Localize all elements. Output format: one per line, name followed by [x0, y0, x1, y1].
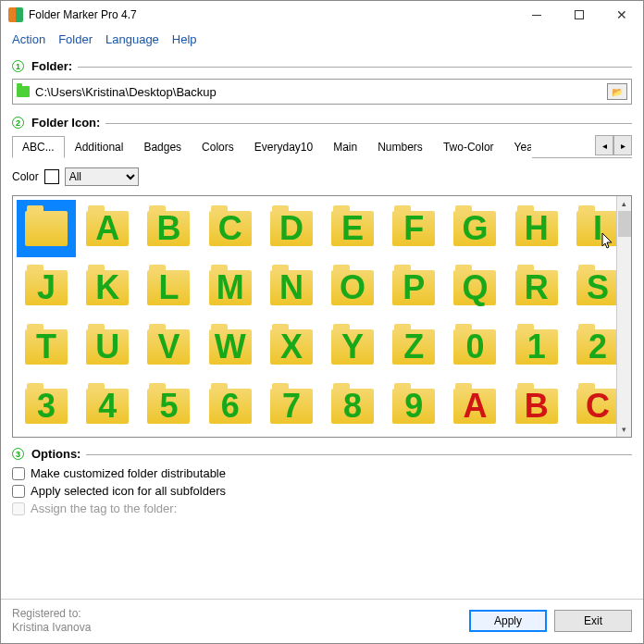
icon-letter: E: [341, 209, 364, 248]
icon-cell[interactable]: M: [201, 259, 260, 316]
icon-cell[interactable]: A: [445, 378, 504, 435]
folder-path[interactable]: C:\Users\Kristina\Desktop\Backup: [35, 85, 607, 99]
icon-cell[interactable]: E: [323, 200, 382, 257]
scroll-thumb[interactable]: [618, 211, 631, 237]
tab-twocolor[interactable]: Two-Color: [433, 136, 504, 158]
icon-cell[interactable]: V: [139, 318, 198, 376]
tab-colors[interactable]: Colors: [192, 136, 244, 158]
tab-badges[interactable]: Badges: [133, 136, 192, 158]
icon-cell[interactable]: C: [201, 200, 260, 257]
footer: Registered to: Kristina Ivanova Apply Ex…: [1, 599, 643, 643]
color-label: Color: [12, 170, 39, 183]
icon-cell[interactable]: Z: [384, 318, 443, 376]
tab-scroll-left[interactable]: ◂: [595, 135, 613, 155]
icon-letter: N: [279, 268, 303, 307]
tab-main[interactable]: Main: [323, 136, 367, 158]
icon-cell[interactable]: K: [78, 259, 137, 316]
icon-cell[interactable]: 3: [17, 378, 76, 435]
icon-letter: W: [215, 328, 246, 366]
icon-cell[interactable]: H: [507, 200, 566, 257]
icon-letter: C: [586, 387, 610, 426]
icon-letter: A: [463, 387, 487, 426]
titlebar: Folder Marker Pro 4.7 ✕: [1, 1, 643, 29]
icon-cell[interactable]: 4: [78, 378, 137, 435]
icon-cell[interactable]: Q: [445, 259, 504, 316]
icon-letter: 7: [282, 387, 301, 426]
section-icon-head: 2 Folder Icon:: [12, 116, 632, 130]
icon-cell[interactable]: F: [384, 200, 443, 257]
icon-letter: G: [462, 209, 488, 248]
icon-letter: Q: [462, 268, 488, 307]
icon-letter: B: [525, 387, 549, 426]
menu-help[interactable]: Help: [172, 32, 197, 46]
menu-action[interactable]: Action: [12, 32, 45, 46]
icon-cell[interactable]: [17, 200, 76, 257]
icon-cell[interactable]: O: [323, 259, 382, 316]
icon-cell[interactable]: D: [262, 200, 321, 257]
scroll-down-icon[interactable]: ▾: [617, 422, 631, 437]
apply-button[interactable]: Apply: [469, 610, 547, 632]
folder-path-row: C:\Users\Kristina\Desktop\Backup 📂: [12, 79, 632, 105]
option-tag: Assign the tag to the folder:: [12, 502, 632, 515]
scroll-up-icon[interactable]: ▴: [617, 196, 631, 211]
icon-cell[interactable]: L: [139, 259, 198, 316]
tab-year[interactable]: Year: [504, 136, 532, 158]
maximize-button[interactable]: [558, 1, 601, 29]
icon-letter: S: [587, 268, 609, 307]
icon-cell[interactable]: J: [17, 259, 76, 316]
window-buttons: ✕: [515, 1, 643, 29]
minimize-button[interactable]: [515, 1, 558, 29]
icon-letter: F: [403, 209, 424, 248]
window-title: Folder Marker Pro 4.7: [29, 8, 515, 21]
option-subfolders[interactable]: Apply selected icon for all subfolders: [12, 484, 632, 498]
folder-glyph-icon: [25, 211, 68, 246]
icon-cell[interactable]: 5: [139, 378, 198, 435]
options-section: 3 Options: Make customized folder distri…: [12, 447, 632, 519]
icon-cell[interactable]: G: [445, 200, 504, 257]
icon-cell[interactable]: B: [507, 378, 566, 435]
icon-cell[interactable]: W: [201, 318, 260, 376]
content: 1 Folder: C:\Users\Kristina\Desktop\Back…: [1, 54, 643, 599]
folder-icon: [17, 86, 30, 97]
icon-cell[interactable]: R: [507, 259, 566, 316]
tab-abc[interactable]: ABC...: [12, 136, 65, 158]
icon-grid-wrap: ABCDEFGHIJKLMNOPQRSTUVWXYZ0123456789ABC …: [12, 195, 632, 438]
browse-button[interactable]: 📂: [607, 83, 627, 100]
icon-letter: 0: [465, 328, 484, 366]
icon-cell[interactable]: Y: [323, 318, 382, 376]
tab-scroll-right[interactable]: ▸: [613, 135, 632, 155]
icon-cell[interactable]: 9: [384, 378, 443, 435]
menu-language[interactable]: Language: [105, 32, 159, 46]
tab-additional[interactable]: Additional: [65, 136, 134, 158]
icon-cell[interactable]: X: [262, 318, 321, 376]
icon-scrollbar[interactable]: ▴ ▾: [616, 196, 631, 437]
icon-letter: L: [158, 268, 179, 307]
color-select[interactable]: All: [65, 167, 139, 186]
checkbox-distributable[interactable]: [12, 467, 25, 480]
section-options-label: Options:: [31, 447, 80, 461]
icon-cell[interactable]: A: [78, 200, 137, 257]
icon-cell[interactable]: P: [384, 259, 443, 316]
icon-letter: P: [402, 268, 425, 307]
icon-cell[interactable]: B: [139, 200, 198, 257]
exit-button[interactable]: Exit: [554, 610, 632, 632]
icon-cell[interactable]: U: [78, 318, 137, 376]
icon-cell[interactable]: 0: [445, 318, 504, 376]
checkbox-subfolders[interactable]: [12, 485, 25, 498]
icon-cell[interactable]: 1: [507, 318, 566, 376]
close-button[interactable]: ✕: [601, 1, 643, 29]
tab-everyday[interactable]: Everyday10: [244, 136, 323, 158]
icon-cell[interactable]: T: [17, 318, 76, 376]
icon-letter: T: [36, 328, 56, 366]
icon-letter: Z: [403, 328, 424, 366]
tab-numbers[interactable]: Numbers: [367, 136, 433, 158]
icon-letter: A: [95, 209, 119, 248]
option-distributable[interactable]: Make customized folder distributable: [12, 466, 632, 480]
icon-cell[interactable]: 6: [201, 378, 260, 435]
menu-folder[interactable]: Folder: [58, 32, 93, 46]
icon-cell[interactable]: N: [262, 259, 321, 316]
icon-letter: C: [218, 209, 242, 248]
icon-cell[interactable]: 8: [323, 378, 382, 435]
registration-info: Registered to: Kristina Ivanova: [12, 607, 91, 636]
icon-cell[interactable]: 7: [262, 378, 321, 435]
